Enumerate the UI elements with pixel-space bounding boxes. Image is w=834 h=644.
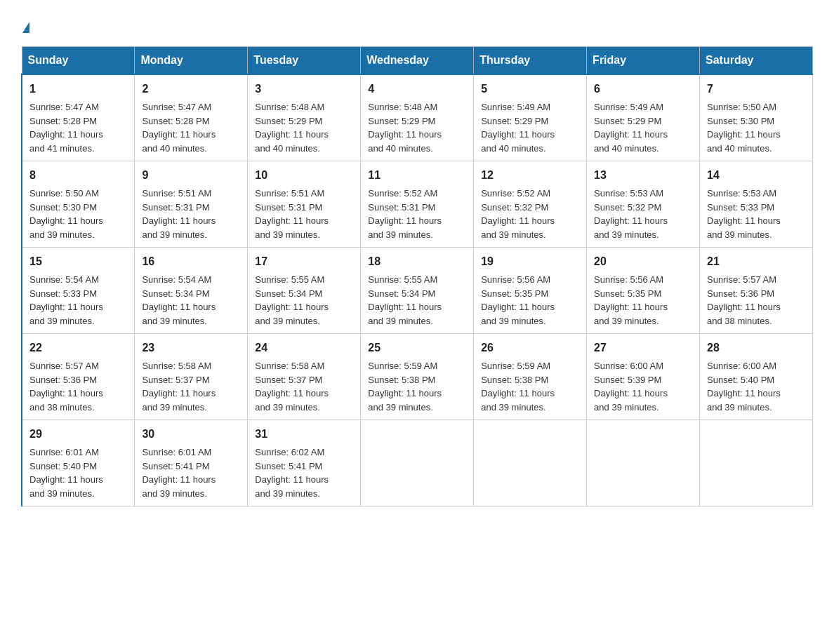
calendar-cell: 23Sunrise: 5:58 AMSunset: 5:37 PMDayligh… [135,334,248,420]
day-number: 1 [29,81,127,98]
calendar-cell: 28Sunrise: 6:00 AMSunset: 5:40 PMDayligh… [700,334,813,420]
day-number: 17 [255,253,353,270]
calendar-cell: 13Sunrise: 5:53 AMSunset: 5:32 PMDayligh… [587,161,700,248]
calendar-cell: 8Sunrise: 5:50 AMSunset: 5:30 PMDaylight… [22,161,135,248]
calendar-cell: 10Sunrise: 5:51 AMSunset: 5:31 PMDayligh… [248,161,361,248]
weekday-header-thursday: Thursday [474,47,587,75]
weekday-header-friday: Friday [587,47,700,75]
day-number: 14 [707,167,805,184]
calendar-cell: 30Sunrise: 6:01 AMSunset: 5:41 PMDayligh… [135,420,248,507]
day-number: 2 [142,81,240,98]
calendar-cell: 31Sunrise: 6:02 AMSunset: 5:41 PMDayligh… [248,420,361,507]
day-number: 13 [594,167,692,184]
calendar-cell: 21Sunrise: 5:57 AMSunset: 5:36 PMDayligh… [700,248,813,334]
day-number: 8 [29,167,127,184]
calendar-cell: 5Sunrise: 5:49 AMSunset: 5:29 PMDaylight… [474,74,587,161]
calendar-cell: 26Sunrise: 5:59 AMSunset: 5:38 PMDayligh… [474,334,587,420]
weekday-header-saturday: Saturday [700,47,813,75]
logo-triangle-icon [22,22,29,33]
day-info: Sunrise: 6:01 AMSunset: 5:40 PMDaylight:… [29,445,127,500]
day-number: 6 [594,81,692,98]
day-info: Sunrise: 5:48 AMSunset: 5:29 PMDaylight:… [368,100,466,155]
calendar-cell [361,420,474,507]
calendar-week-row: 15Sunrise: 5:54 AMSunset: 5:33 PMDayligh… [22,248,813,334]
calendar-cell: 14Sunrise: 5:53 AMSunset: 5:33 PMDayligh… [700,161,813,248]
day-number: 22 [29,340,127,356]
logo [21,14,29,34]
day-number: 18 [368,253,466,270]
day-info: Sunrise: 5:58 AMSunset: 5:37 PMDaylight:… [142,359,240,414]
calendar-cell: 2Sunrise: 5:47 AMSunset: 5:28 PMDaylight… [135,74,248,161]
calendar-cell: 16Sunrise: 5:54 AMSunset: 5:34 PMDayligh… [135,248,248,334]
day-number: 29 [29,426,127,443]
day-info: Sunrise: 6:01 AMSunset: 5:41 PMDaylight:… [142,445,240,500]
weekday-header-row: SundayMondayTuesdayWednesdayThursdayFrid… [22,47,813,75]
day-info: Sunrise: 5:52 AMSunset: 5:32 PMDaylight:… [481,187,579,241]
calendar-cell: 6Sunrise: 5:49 AMSunset: 5:29 PMDaylight… [587,74,700,161]
day-info: Sunrise: 5:50 AMSunset: 5:30 PMDaylight:… [707,100,805,155]
day-info: Sunrise: 5:53 AMSunset: 5:32 PMDaylight:… [594,187,692,241]
day-number: 3 [255,81,353,98]
day-number: 24 [255,340,353,356]
day-number: 16 [142,253,240,270]
day-number: 19 [481,253,579,270]
day-number: 7 [707,81,805,98]
calendar-week-row: 29Sunrise: 6:01 AMSunset: 5:40 PMDayligh… [22,420,813,507]
calendar-cell: 9Sunrise: 5:51 AMSunset: 5:31 PMDaylight… [135,161,248,248]
day-info: Sunrise: 5:51 AMSunset: 5:31 PMDaylight:… [142,187,240,241]
day-info: Sunrise: 5:56 AMSunset: 5:35 PMDaylight:… [594,273,692,328]
day-info: Sunrise: 5:49 AMSunset: 5:29 PMDaylight:… [594,100,692,155]
day-info: Sunrise: 5:57 AMSunset: 5:36 PMDaylight:… [707,273,805,328]
calendar-cell: 7Sunrise: 5:50 AMSunset: 5:30 PMDaylight… [700,74,813,161]
day-number: 23 [142,340,240,356]
day-number: 12 [481,167,579,184]
calendar-cell: 24Sunrise: 5:58 AMSunset: 5:37 PMDayligh… [248,334,361,420]
calendar-week-row: 22Sunrise: 5:57 AMSunset: 5:36 PMDayligh… [22,334,813,420]
calendar-cell: 29Sunrise: 6:01 AMSunset: 5:40 PMDayligh… [22,420,135,507]
day-info: Sunrise: 5:53 AMSunset: 5:33 PMDaylight:… [707,187,805,241]
day-info: Sunrise: 5:57 AMSunset: 5:36 PMDaylight:… [29,359,127,414]
weekday-header-wednesday: Wednesday [361,47,474,75]
calendar-cell: 20Sunrise: 5:56 AMSunset: 5:35 PMDayligh… [587,248,700,334]
day-info: Sunrise: 6:00 AMSunset: 5:39 PMDaylight:… [594,359,692,414]
day-number: 4 [368,81,466,98]
calendar-cell: 3Sunrise: 5:48 AMSunset: 5:29 PMDaylight… [248,74,361,161]
calendar-cell: 17Sunrise: 5:55 AMSunset: 5:34 PMDayligh… [248,248,361,334]
day-number: 21 [707,253,805,270]
day-number: 26 [481,340,579,356]
day-number: 5 [481,81,579,98]
day-info: Sunrise: 5:59 AMSunset: 5:38 PMDaylight:… [368,359,466,414]
calendar-cell: 12Sunrise: 5:52 AMSunset: 5:32 PMDayligh… [474,161,587,248]
day-info: Sunrise: 5:58 AMSunset: 5:37 PMDaylight:… [255,359,353,414]
day-info: Sunrise: 5:52 AMSunset: 5:31 PMDaylight:… [368,187,466,241]
day-info: Sunrise: 5:47 AMSunset: 5:28 PMDaylight:… [29,100,127,155]
day-number: 10 [255,167,353,184]
weekday-header-sunday: Sunday [22,47,135,75]
calendar-cell: 18Sunrise: 5:55 AMSunset: 5:34 PMDayligh… [361,248,474,334]
calendar-week-row: 8Sunrise: 5:50 AMSunset: 5:30 PMDaylight… [22,161,813,248]
calendar-cell: 15Sunrise: 5:54 AMSunset: 5:33 PMDayligh… [22,248,135,334]
day-number: 20 [594,253,692,270]
day-info: Sunrise: 5:54 AMSunset: 5:34 PMDaylight:… [142,273,240,328]
day-number: 28 [707,340,805,356]
calendar-cell: 4Sunrise: 5:48 AMSunset: 5:29 PMDaylight… [361,74,474,161]
day-info: Sunrise: 5:48 AMSunset: 5:29 PMDaylight:… [255,100,353,155]
day-info: Sunrise: 5:50 AMSunset: 5:30 PMDaylight:… [29,187,127,241]
day-info: Sunrise: 5:59 AMSunset: 5:38 PMDaylight:… [481,359,579,414]
page-header [21,14,813,34]
day-info: Sunrise: 6:00 AMSunset: 5:40 PMDaylight:… [707,359,805,414]
day-info: Sunrise: 5:55 AMSunset: 5:34 PMDaylight:… [368,273,466,328]
calendar-cell [587,420,700,507]
calendar-cell: 22Sunrise: 5:57 AMSunset: 5:36 PMDayligh… [22,334,135,420]
day-number: 30 [142,426,240,443]
calendar-cell: 11Sunrise: 5:52 AMSunset: 5:31 PMDayligh… [361,161,474,248]
day-info: Sunrise: 5:54 AMSunset: 5:33 PMDaylight:… [29,273,127,328]
calendar-week-row: 1Sunrise: 5:47 AMSunset: 5:28 PMDaylight… [22,74,813,161]
day-info: Sunrise: 5:56 AMSunset: 5:35 PMDaylight:… [481,273,579,328]
calendar-cell: 19Sunrise: 5:56 AMSunset: 5:35 PMDayligh… [474,248,587,334]
calendar-cell: 25Sunrise: 5:59 AMSunset: 5:38 PMDayligh… [361,334,474,420]
day-number: 31 [255,426,353,443]
day-number: 9 [142,167,240,184]
calendar-cell [700,420,813,507]
day-number: 25 [368,340,466,356]
